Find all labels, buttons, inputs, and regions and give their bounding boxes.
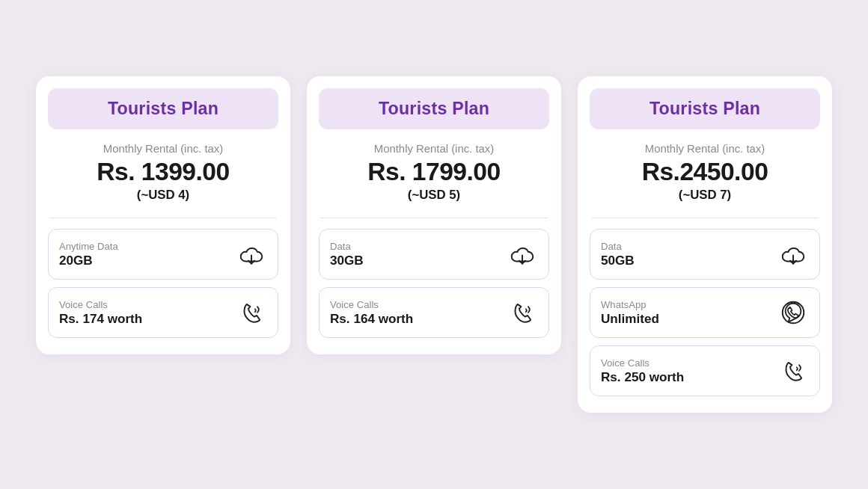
plan-1: Tourists Plan Monthly Rental (inc. tax) … bbox=[36, 76, 290, 354]
feature-text: WhatsApp Unlimited bbox=[601, 299, 659, 327]
feature-label: Data bbox=[601, 241, 635, 252]
card-pricing: Monthly Rental (inc. tax) Rs. 1799.00 (~… bbox=[307, 129, 561, 210]
usd-label: (~USD 4) bbox=[49, 188, 277, 203]
feature-text: Voice Calls Rs. 174 worth bbox=[59, 299, 142, 327]
feature-value: Rs. 174 worth bbox=[59, 312, 142, 327]
feature-item: WhatsApp Unlimited bbox=[590, 287, 820, 338]
card-title-wrapper: Tourists Plan bbox=[48, 88, 278, 129]
divider bbox=[49, 218, 277, 218]
card-title: Tourists Plan bbox=[332, 99, 536, 119]
feature-value: Unlimited bbox=[601, 312, 659, 327]
price: Rs.2450.00 bbox=[591, 158, 819, 186]
feature-item: Anytime Data 20GB bbox=[48, 229, 278, 280]
feature-item: Voice Calls Rs. 164 worth bbox=[319, 287, 549, 338]
monthly-label: Monthly Rental (inc. tax) bbox=[591, 143, 819, 155]
phone-icon bbox=[236, 297, 267, 328]
usd-label: (~USD 5) bbox=[320, 188, 548, 203]
feature-label: Voice Calls bbox=[59, 299, 142, 310]
feature-value: 20GB bbox=[59, 253, 118, 268]
phone-icon bbox=[507, 297, 538, 328]
feature-value: Rs. 250 worth bbox=[601, 370, 684, 385]
card-title: Tourists Plan bbox=[603, 99, 807, 119]
monthly-label: Monthly Rental (inc. tax) bbox=[320, 143, 548, 155]
feature-list: Anytime Data 20GB Voice Calls Rs. 174 wo… bbox=[36, 229, 290, 338]
plan-3: Tourists Plan Monthly Rental (inc. tax) … bbox=[578, 76, 832, 413]
feature-item: Data 50GB bbox=[590, 229, 820, 280]
feature-label: Voice Calls bbox=[601, 357, 684, 369]
cloud-icon bbox=[236, 239, 267, 270]
feature-text: Data 30GB bbox=[330, 241, 364, 268]
feature-value: 30GB bbox=[330, 253, 364, 268]
feature-text: Anytime Data 20GB bbox=[59, 241, 118, 268]
price: Rs. 1399.00 bbox=[49, 158, 277, 186]
cloud-icon bbox=[777, 239, 809, 270]
card-pricing: Monthly Rental (inc. tax) Rs.2450.00 (~U… bbox=[578, 129, 832, 210]
feature-list: Data 30GB Voice Calls Rs. 164 worth bbox=[307, 229, 561, 338]
divider bbox=[591, 218, 819, 218]
cloud-icon bbox=[507, 239, 538, 270]
feature-label: Anytime Data bbox=[59, 241, 118, 252]
card-title: Tourists Plan bbox=[61, 99, 265, 119]
feature-text: Voice Calls Rs. 164 worth bbox=[330, 299, 413, 327]
card-pricing: Monthly Rental (inc. tax) Rs. 1399.00 (~… bbox=[36, 129, 290, 210]
usd-label: (~USD 7) bbox=[591, 188, 819, 203]
monthly-label: Monthly Rental (inc. tax) bbox=[49, 143, 277, 155]
price: Rs. 1799.00 bbox=[320, 158, 548, 186]
feature-list: Data 50GB WhatsApp Unlimited Voice Calls… bbox=[578, 229, 832, 396]
feature-value: 50GB bbox=[601, 253, 635, 268]
feature-item: Voice Calls Rs. 174 worth bbox=[48, 287, 278, 338]
feature-label: WhatsApp bbox=[601, 299, 659, 310]
whatsapp-icon bbox=[777, 297, 809, 328]
feature-text: Voice Calls Rs. 250 worth bbox=[601, 357, 684, 385]
plan-2: Tourists Plan Monthly Rental (inc. tax) … bbox=[307, 76, 561, 354]
card-title-wrapper: Tourists Plan bbox=[319, 88, 549, 129]
phone-icon bbox=[777, 355, 809, 387]
feature-label: Data bbox=[330, 241, 364, 252]
feature-text: Data 50GB bbox=[601, 241, 635, 268]
divider bbox=[320, 218, 548, 218]
card-title-wrapper: Tourists Plan bbox=[590, 88, 820, 129]
feature-label: Voice Calls bbox=[330, 299, 413, 310]
feature-item: Data 30GB bbox=[319, 229, 549, 280]
feature-item: Voice Calls Rs. 250 worth bbox=[590, 345, 820, 396]
feature-value: Rs. 164 worth bbox=[330, 312, 413, 327]
cards-container: Tourists Plan Monthly Rental (inc. tax) … bbox=[15, 76, 853, 413]
